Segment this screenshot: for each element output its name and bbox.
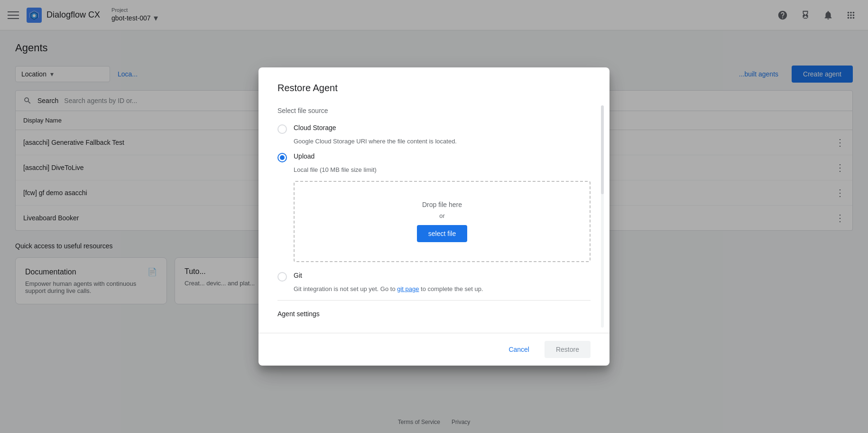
dialog-footer: Cancel Restore: [259, 333, 609, 366]
agent-settings-section: Agent settings: [277, 300, 591, 318]
drop-zone-text: Drop file here: [304, 201, 580, 208]
upload-label: Upload: [294, 152, 314, 160]
upload-option[interactable]: Upload: [277, 152, 591, 162]
restore-agent-dialog: Restore Agent Select file source Cloud S…: [259, 67, 609, 366]
scroll-indicator: [601, 105, 604, 328]
restore-button[interactable]: Restore: [545, 341, 591, 358]
git-option[interactable]: Git: [277, 272, 591, 282]
upload-radio[interactable]: [277, 153, 287, 162]
git-label: Git: [294, 272, 302, 279]
cloud-storage-description: Google Cloud Storage URI where the file …: [294, 138, 591, 145]
agent-settings-label: Agent settings: [277, 310, 320, 318]
cancel-button[interactable]: Cancel: [501, 341, 537, 358]
cloud-storage-radio[interactable]: [277, 124, 287, 134]
git-radio[interactable]: [277, 272, 287, 282]
git-description: Git integration is not set up yet. Go to…: [294, 285, 591, 292]
upload-description: Local file (10 MB file size limit): [294, 166, 591, 173]
file-drop-zone[interactable]: Drop file here or select file: [294, 181, 591, 262]
drop-or-text: or: [304, 212, 580, 219]
cloud-storage-option[interactable]: Cloud Storage: [277, 124, 591, 134]
git-page-link[interactable]: git page: [397, 285, 419, 292]
dialog-title: Restore Agent: [277, 83, 591, 94]
dialog-body: Restore Agent Select file source Cloud S…: [259, 67, 609, 333]
dialog-overlay: Restore Agent Select file source Cloud S…: [0, 0, 868, 433]
select-file-button[interactable]: select file: [417, 225, 467, 242]
file-source-label: Select file source: [277, 107, 591, 114]
cloud-storage-label: Cloud Storage: [294, 124, 336, 132]
